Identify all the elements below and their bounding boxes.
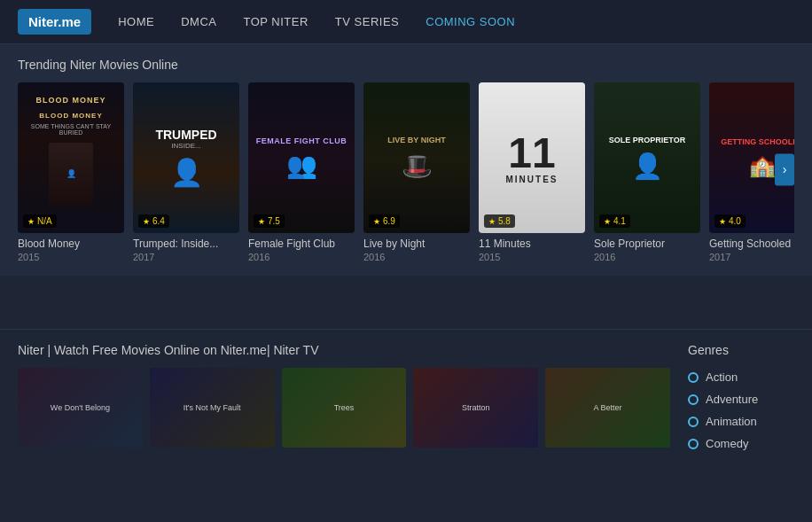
thumb-img-2: It's Not My Fault: [150, 368, 275, 448]
thumb-card-3[interactable]: Trees: [282, 368, 407, 448]
thumb-img-3: Trees: [282, 368, 407, 448]
star-icon: ★: [719, 217, 726, 226]
movie-title-getting-schooled: Getting Schooled: [709, 238, 794, 250]
movies-row: BLOOD MONEY SOME THINGS CAN'T STAY BURIE…: [18, 82, 794, 262]
thumb-card-2[interactable]: It's Not My Fault: [150, 368, 275, 448]
thumb-img-1: We Don't Belong: [18, 368, 143, 448]
movie-card-sole-proprietor[interactable]: SOLE PROPRIETOR 👤 ★ 4.1 Sole Proprietor …: [594, 82, 700, 262]
star-icon: ★: [488, 217, 496, 226]
rating-female-fight: ★ 7.5: [254, 214, 285, 228]
main-content: Niter | Watch Free Movies Online on Nite…: [18, 343, 670, 455]
rating-trumped: ★ 6.4: [138, 214, 169, 228]
movie-card-trumped[interactable]: TRUMPED INSIDE... 👤 ★ 6.4 Trumped: Insid…: [133, 82, 239, 262]
star-icon: ★: [143, 217, 150, 226]
movie-year-11-minutes: 2015: [479, 252, 585, 262]
movie-year-female-fight-club: 2016: [248, 252, 355, 262]
getting-title-art: GETTING SCHOOLED: [721, 137, 794, 146]
rating-getting-schooled: ★ 4.0: [714, 214, 746, 228]
movie-title-female-fight-club: Female Fight Club: [248, 238, 355, 250]
genre-dot-animation: [688, 417, 699, 427]
sidebar-item-comedy[interactable]: Comedy: [688, 432, 794, 455]
rating-blood-money: ★ N/A: [23, 214, 57, 228]
nav-home[interactable]: HOME: [118, 15, 154, 28]
movie-title-11-minutes: 11 Minutes: [479, 238, 585, 250]
gap-section: [0, 276, 812, 329]
blood-money-figure: 👤: [49, 143, 93, 205]
movie-poster-blood-money: BLOOD MONEY SOME THINGS CAN'T STAY BURIE…: [18, 82, 124, 233]
movie-title-blood-money: Blood Money: [18, 238, 124, 250]
trending-title: Trending Niter Movies Online: [18, 58, 794, 72]
genre-label-adventure: Adventure: [706, 393, 758, 406]
thumb-label-1: We Don't Belong: [51, 403, 110, 412]
trumped-figure: 👤: [170, 157, 203, 188]
movie-poster-sole-proprietor: SOLE PROPRIETOR 👤 ★ 4.1: [594, 82, 700, 233]
star-icon: ★: [373, 217, 380, 226]
nav: HOME DMCA TOP NITER TV SERIES Coming Soo…: [118, 15, 515, 28]
11-title-art: 11: [508, 132, 555, 175]
sidebar-item-adventure[interactable]: Adventure: [688, 388, 794, 410]
genre-label-action: Action: [706, 370, 738, 384]
rating-live-night: ★ 6.9: [369, 214, 400, 228]
star-icon: ★: [27, 217, 35, 226]
thumb-card-5[interactable]: A Better: [545, 368, 670, 448]
movie-poster-live-by-night: LIVE BY NIGHT 🎩 ★ 6.9: [363, 82, 470, 233]
movie-year-blood-money: 2015: [18, 252, 124, 262]
movie-card-11-minutes[interactable]: 11 MINUTES ★ 5.8 11 Minutes 2015: [479, 82, 585, 262]
11-subtitle-art: MINUTES: [506, 175, 558, 184]
thumb-label-4: Stratton: [462, 403, 490, 412]
sole-title-art: SOLE PROPRIETOR: [609, 136, 685, 144]
movie-title-sole-proprietor: Sole Proprietor: [594, 238, 700, 250]
blood-money-title-art: BLOOD MONEY: [39, 112, 102, 120]
page-title: Niter | Watch Free Movies Online on Nite…: [18, 343, 670, 357]
thumb-img-4: Stratton: [413, 368, 538, 448]
trumped-subtitle-art: INSIDE...: [171, 142, 200, 150]
sidebar-item-action[interactable]: Action: [688, 366, 794, 388]
female-fight-figure: 👥: [286, 151, 317, 180]
movie-title-live-by-night: Live by Night: [363, 238, 470, 250]
star-icon: ★: [258, 217, 265, 226]
movie-title-trumped: Trumped: Inside...: [133, 238, 239, 250]
thumb-card-4[interactable]: Stratton: [413, 368, 538, 448]
logo[interactable]: Niter.me: [18, 9, 91, 35]
nav-top-niter[interactable]: TOP NITER: [243, 15, 308, 28]
movie-year-getting-schooled: 2017: [709, 252, 794, 262]
thumb-label-2: It's Not My Fault: [183, 403, 241, 412]
movie-card-blood-money[interactable]: BLOOD MONEY SOME THINGS CAN'T STAY BURIE…: [18, 82, 124, 262]
sidebar: Genres Action Adventure Animation Comedy: [688, 343, 794, 455]
female-fight-title-art: FEMALE FIGHT CLUB: [256, 136, 347, 145]
genre-label-animation: Animation: [706, 415, 757, 428]
sidebar-genres-title: Genres: [688, 343, 794, 357]
genre-dot-adventure: [688, 394, 699, 405]
thumb-label-3: Trees: [334, 403, 355, 412]
movie-card-female-fight-club[interactable]: FEMALE FIGHT CLUB 👥 ★ 7.5 Female Fight C…: [248, 82, 355, 262]
sidebar-item-animation[interactable]: Animation: [688, 410, 794, 432]
nav-tv-series[interactable]: TV SERIES: [335, 15, 399, 28]
scroll-right-button[interactable]: ›: [775, 153, 794, 185]
movie-card-live-by-night[interactable]: LIVE BY NIGHT 🎩 ★ 6.9 Live by Night 2016: [363, 82, 470, 262]
thumbnail-grid: We Don't Belong It's Not My Fault Trees …: [18, 368, 670, 448]
trending-section: Trending Niter Movies Online BLOOD MONEY…: [0, 44, 812, 276]
bottom-section: Niter | Watch Free Movies Online on Nite…: [0, 329, 812, 468]
movie-poster-trumped: TRUMPED INSIDE... 👤 ★ 6.4: [133, 82, 239, 233]
thumb-card-1[interactable]: We Don't Belong: [18, 368, 143, 448]
movies-row-wrapper: BLOOD MONEY SOME THINGS CAN'T STAY BURIE…: [18, 82, 794, 262]
sole-figure: 👤: [632, 152, 663, 181]
nav-coming-soon[interactable]: Coming Soon: [426, 15, 515, 28]
live-night-title-art: LIVE BY NIGHT: [387, 136, 445, 144]
rating-sole-proprietor: ★ 4.1: [599, 214, 630, 228]
rating-11-minutes: ★ 5.8: [484, 214, 515, 228]
movie-year-sole-proprietor: 2016: [594, 252, 700, 262]
trumped-title-art: TRUMPED: [155, 128, 216, 142]
nav-dmca[interactable]: DMCA: [181, 15, 216, 28]
blood-money-subtitle-art: SOME THINGS CAN'T STAY BURIED: [23, 123, 119, 136]
star-icon: ★: [604, 217, 611, 226]
genre-dot-action: [688, 372, 699, 383]
movie-poster-11-minutes: 11 MINUTES ★ 5.8: [479, 82, 585, 233]
thumb-label-5: A Better: [594, 403, 622, 412]
live-night-figure: 🎩: [402, 152, 433, 181]
genre-dot-comedy: [688, 439, 699, 449]
header: Niter.me HOME DMCA TOP NITER TV SERIES C…: [0, 0, 812, 44]
thumb-img-5: A Better: [545, 368, 670, 448]
getting-figure: 🏫: [749, 153, 776, 178]
genre-label-comedy: Comedy: [706, 437, 748, 450]
